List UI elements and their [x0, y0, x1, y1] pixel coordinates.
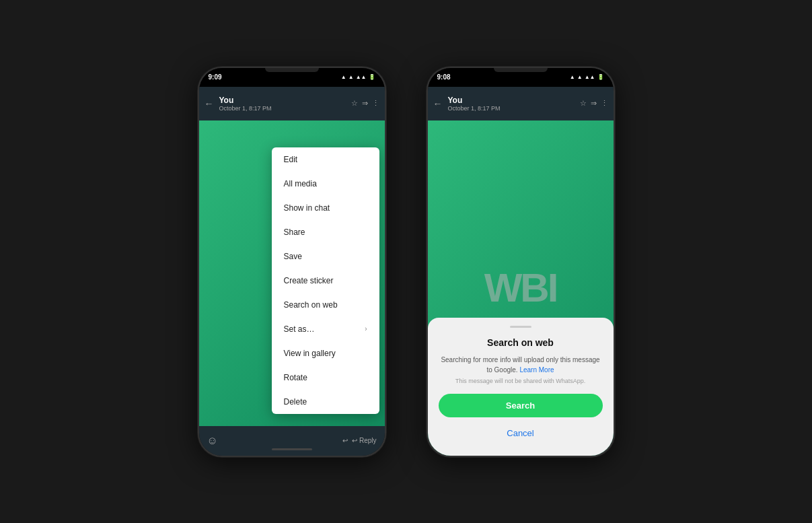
back-button-1[interactable]: ←: [205, 98, 214, 109]
notification-icon-1: ▲: [341, 74, 346, 80]
forward-icon-2[interactable]: ⇒: [591, 99, 597, 108]
status-icons-2: ▲ ▲ ▲▲ 🔋: [570, 74, 604, 80]
cancel-button[interactable]: Cancel: [439, 424, 603, 442]
sheet-handle: [510, 326, 531, 328]
status-icons-1: ▲ ▲ ▲▲ 🔋: [341, 74, 375, 80]
emoji-button-1[interactable]: ☺: [207, 435, 218, 447]
sheet-note: This message will not be shared with Wha…: [439, 378, 603, 384]
menu-item-set-as[interactable]: Set as… ›: [272, 317, 379, 341]
signal-icon-1: ▲▲: [356, 74, 367, 80]
notification-icon-2: ▲: [570, 74, 575, 80]
status-bar-1: 9:09 ▲ ▲ ▲▲ 🔋: [199, 68, 385, 87]
wbi-logo-2: WBI: [484, 265, 557, 311]
status-time-1: 9:09: [209, 73, 222, 81]
header-info-1: You October 1, 8:17 PM: [219, 96, 346, 112]
context-menu: Edit All media Show in chat Share Save C…: [272, 147, 379, 414]
more-icon-1[interactable]: ⋮: [372, 99, 379, 108]
phones-container: 9:09 ▲ ▲ ▲▲ 🔋 ← You October 1, 8:17 PM ☆…: [198, 67, 615, 457]
chat-area-1: W WABETAINFO Edit All media Show in chat…: [199, 120, 385, 426]
menu-item-all-media[interactable]: All media: [272, 172, 379, 196]
chat-date-1: October 1, 8:17 PM: [219, 105, 346, 112]
learn-more-link[interactable]: Learn More: [519, 366, 554, 374]
chat-name-1: You: [219, 96, 346, 105]
bottom-bar-1: ☺ ↩ ↩ Reply: [199, 426, 385, 456]
more-icon-2[interactable]: ⋮: [601, 99, 608, 108]
search-button[interactable]: Search: [439, 394, 603, 417]
header-info-2: You October 1, 8:17 PM: [448, 96, 575, 112]
chat-area-2: WBI WABETAINFO Search on web Searching f…: [428, 120, 614, 456]
chat-date-2: October 1, 8:17 PM: [448, 105, 575, 112]
menu-item-show-in-chat[interactable]: Show in chat: [272, 196, 379, 220]
star-icon-2[interactable]: ☆: [580, 99, 587, 108]
menu-item-edit[interactable]: Edit: [272, 147, 379, 172]
menu-item-view-in-gallery[interactable]: View in gallery: [272, 341, 379, 365]
app-header-1: ← You October 1, 8:17 PM ☆ ⇒ ⋮: [199, 87, 385, 120]
menu-item-share[interactable]: Share: [272, 220, 379, 244]
phone-2: 9:08 ▲ ▲ ▲▲ 🔋 ← You October 1, 8:17 PM ☆…: [427, 67, 615, 457]
wifi-icon-1: ▲: [348, 74, 354, 80]
header-actions-2: ☆ ⇒ ⋮: [580, 99, 608, 108]
wifi-icon-2: ▲: [577, 74, 583, 80]
header-actions-1: ☆ ⇒ ⋮: [351, 99, 379, 108]
reply-icon-1: ↩: [342, 437, 348, 444]
battery-icon-2: 🔋: [597, 74, 604, 80]
set-as-arrow-icon: ›: [365, 325, 367, 333]
battery-icon-1: 🔋: [369, 74, 375, 80]
reply-button-1[interactable]: ↩ ↩ Reply: [342, 437, 376, 444]
menu-item-rotate[interactable]: Rotate: [272, 365, 379, 390]
signal-icon-2: ▲▲: [585, 74, 595, 80]
status-time-2: 9:08: [437, 73, 451, 81]
status-bar-2: 9:08 ▲ ▲ ▲▲ 🔋: [428, 68, 614, 87]
back-button-2[interactable]: ←: [433, 98, 443, 109]
star-icon-1[interactable]: ☆: [351, 99, 358, 108]
chat-name-2: You: [448, 96, 575, 105]
menu-item-save[interactable]: Save: [272, 244, 379, 269]
sheet-title: Search on web: [439, 337, 603, 348]
phone-1: 9:09 ▲ ▲ ▲▲ 🔋 ← You October 1, 8:17 PM ☆…: [198, 67, 386, 457]
app-header-2: ← You October 1, 8:17 PM ☆ ⇒ ⋮: [428, 87, 614, 120]
sheet-description: Searching for more info will upload only…: [439, 355, 603, 375]
forward-icon-1[interactable]: ⇒: [362, 99, 368, 108]
search-on-web-sheet: Search on web Searching for more info wi…: [428, 318, 614, 456]
menu-item-delete[interactable]: Delete: [272, 390, 379, 414]
menu-item-search-on-web[interactable]: Search on web: [272, 293, 379, 317]
menu-item-create-sticker[interactable]: Create sticker: [272, 269, 379, 293]
